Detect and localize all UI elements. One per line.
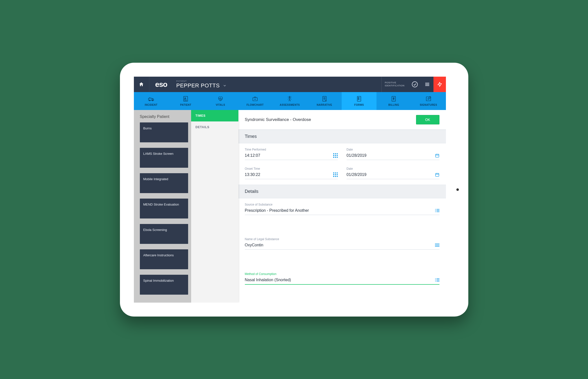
hamburger-icon bbox=[424, 81, 430, 87]
name-of-substance-field[interactable]: Name of Legal Substance OxyContin bbox=[238, 233, 446, 268]
form-title: Syndromic Surveillance - Overdose bbox=[245, 117, 311, 122]
specialty-card[interactable]: Aftercare Instructions bbox=[140, 249, 188, 269]
form-icon bbox=[356, 96, 363, 102]
subnav-details[interactable]: DETAILS bbox=[191, 121, 238, 133]
nav-patient[interactable]: PATIENT bbox=[168, 92, 203, 110]
svg-rect-32 bbox=[337, 153, 338, 154]
document-icon bbox=[321, 96, 328, 102]
svg-rect-51 bbox=[337, 176, 338, 177]
specialty-card[interactable]: LAMS Stroke Screen bbox=[140, 148, 188, 168]
svg-rect-33 bbox=[333, 155, 334, 156]
field-label: Method of Consumption bbox=[245, 272, 439, 276]
nav-label: FORMS bbox=[354, 104, 364, 106]
nav-label: BILLING bbox=[388, 104, 399, 106]
specialty-card[interactable]: Ebola Screening bbox=[140, 224, 188, 244]
menu-button[interactable] bbox=[421, 77, 433, 92]
tablet-home-button[interactable] bbox=[456, 188, 459, 191]
app-screen: eso PATIENT PEPPER POTTS POSITIVE IDENTI… bbox=[134, 77, 446, 303]
nav-forms[interactable]: FORMS bbox=[342, 92, 376, 110]
svg-point-58 bbox=[435, 210, 436, 211]
svg-rect-35 bbox=[337, 155, 338, 156]
nav-vitals[interactable]: VITALS bbox=[203, 92, 238, 110]
subnav-times[interactable]: TIMES bbox=[191, 110, 238, 121]
onset-date-field[interactable]: Date 01/28/2019 bbox=[347, 167, 439, 179]
nav-billing[interactable]: BILLING bbox=[376, 92, 411, 110]
nav-assessments[interactable]: ASSESSMENTS bbox=[272, 92, 307, 110]
ok-button[interactable]: OK bbox=[416, 115, 439, 124]
source-of-substance-field[interactable]: Source of Substance Prescription - Presc… bbox=[238, 198, 446, 233]
svg-rect-47 bbox=[335, 174, 336, 175]
nav-label: ASSESSMENTS bbox=[280, 104, 300, 106]
svg-point-65 bbox=[435, 278, 436, 279]
numpad-icon[interactable] bbox=[333, 153, 338, 158]
home-button[interactable] bbox=[134, 77, 149, 92]
field-value: Prescription - Prescribed for Another bbox=[245, 208, 309, 213]
patient-label: PATIENT bbox=[176, 80, 378, 82]
nav-flowchart[interactable]: FLOWCHART bbox=[238, 92, 272, 110]
svg-rect-44 bbox=[335, 172, 336, 173]
nav-signatures[interactable]: SIGNATURES bbox=[411, 92, 446, 110]
billing-icon bbox=[390, 96, 397, 102]
svg-rect-43 bbox=[333, 172, 334, 173]
calendar-icon[interactable] bbox=[435, 153, 439, 158]
heartbeat-icon bbox=[217, 96, 224, 102]
nav-incident[interactable]: INCIDENT bbox=[134, 92, 168, 110]
section-times-header: Times bbox=[238, 130, 446, 143]
svg-point-14 bbox=[289, 96, 290, 97]
field-label: Onset Time bbox=[245, 167, 338, 170]
specialty-card[interactable]: Mobile Integrated bbox=[140, 173, 188, 193]
svg-rect-24 bbox=[358, 97, 359, 98]
svg-point-7 bbox=[152, 100, 153, 101]
nav-label: NARRATIVE bbox=[317, 104, 332, 106]
nav-label: VITALS bbox=[216, 104, 225, 106]
patient-name: PEPPER POTTS bbox=[176, 82, 220, 89]
svg-rect-30 bbox=[333, 153, 334, 154]
svg-rect-50 bbox=[335, 176, 336, 177]
tablet-frame: eso PATIENT PEPPER POTTS POSITIVE IDENTI… bbox=[120, 63, 468, 317]
svg-rect-23 bbox=[357, 96, 361, 101]
briefcase-icon bbox=[252, 96, 259, 102]
svg-rect-29 bbox=[426, 97, 431, 101]
verify-button[interactable] bbox=[409, 77, 421, 92]
field-value: OxyContin bbox=[245, 243, 264, 247]
field-label: Date bbox=[347, 167, 439, 170]
calendar-icon[interactable] bbox=[435, 172, 439, 177]
nav-narrative[interactable]: NARRATIVE bbox=[307, 92, 342, 110]
field-value: 14:12:07 bbox=[245, 153, 260, 158]
field-label: Time Performed bbox=[245, 148, 338, 151]
method-of-consumption-field[interactable]: Method of Consumption Nasal Inhalation (… bbox=[238, 268, 446, 303]
svg-rect-36 bbox=[333, 157, 334, 158]
svg-rect-45 bbox=[337, 172, 338, 173]
lightning-icon bbox=[437, 81, 442, 88]
menu-lines-icon[interactable] bbox=[435, 243, 439, 247]
form-panel: Syndromic Surveillance - Overdose OK Tim… bbox=[238, 110, 446, 303]
svg-rect-52 bbox=[435, 173, 439, 176]
patient-selector[interactable]: PATIENT PEPPER POTTS bbox=[173, 77, 381, 92]
time-performed-date-field[interactable]: Date 01/28/2019 bbox=[347, 148, 439, 160]
time-performed-field[interactable]: Time Performed 14:12:07 bbox=[245, 148, 338, 160]
svg-rect-37 bbox=[335, 157, 336, 158]
svg-rect-49 bbox=[333, 176, 334, 177]
list-picker-icon[interactable] bbox=[435, 278, 439, 282]
nav-label: INCIDENT bbox=[145, 104, 158, 106]
specialty-card[interactable]: Burns bbox=[140, 122, 188, 142]
patient-icon bbox=[182, 96, 189, 102]
ambulance-icon bbox=[148, 96, 155, 102]
content-body: Specialty Patient Burns LAMS Stroke Scre… bbox=[134, 110, 446, 303]
numpad-icon[interactable] bbox=[333, 172, 338, 177]
list-picker-icon[interactable] bbox=[435, 209, 439, 212]
form-header: Syndromic Surveillance - Overdose OK bbox=[238, 110, 446, 129]
svg-rect-39 bbox=[435, 154, 439, 157]
body-icon bbox=[286, 96, 293, 102]
field-value: Nasal Inhalation (Snorted) bbox=[245, 278, 291, 282]
onset-time-field[interactable]: Onset Time 13:30:22 bbox=[245, 167, 338, 179]
nav-label: PATIENT bbox=[180, 104, 191, 106]
field-value: 01/28/2019 bbox=[347, 172, 367, 177]
svg-point-60 bbox=[435, 211, 436, 212]
section-details-header: Details bbox=[238, 185, 446, 198]
specialty-card[interactable]: MEND Stroke Evaluation bbox=[140, 199, 188, 218]
specialty-card[interactable]: Spinal Immobilization bbox=[140, 275, 188, 295]
svg-rect-31 bbox=[335, 153, 336, 154]
alert-button[interactable] bbox=[433, 77, 446, 92]
svg-rect-26 bbox=[358, 99, 359, 100]
